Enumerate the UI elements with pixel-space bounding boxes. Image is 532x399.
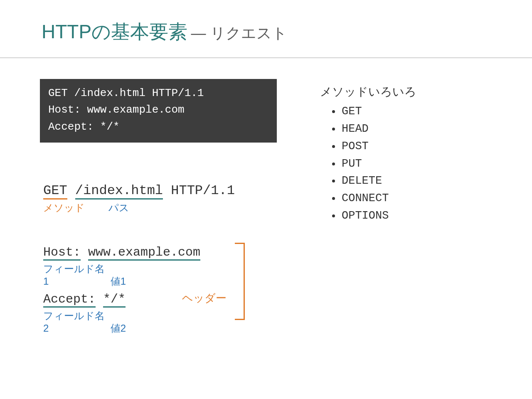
methods-item: DELETE — [341, 172, 416, 190]
request-method: GET — [43, 183, 67, 200]
path-label: パス — [108, 201, 129, 214]
request-line-text: GET /index.html HTTP/1.1 — [43, 183, 235, 200]
request-line-labels: メソッド パス — [43, 201, 235, 214]
value2-label: 値2 — [111, 322, 126, 335]
request-line-breakdown: GET /index.html HTTP/1.1 メソッド パス — [43, 183, 235, 214]
header-bracket-icon — [235, 243, 245, 320]
code-line-2: Host: www.example.com — [48, 103, 185, 116]
methods-heading: メソッドいろいろ — [320, 84, 416, 100]
http-request-codebox: GET /index.html HTTP/1.1 Host: www.examp… — [40, 79, 277, 143]
header-field-1: Host: — [43, 245, 81, 261]
field1-label: フィールド名1 — [43, 262, 108, 287]
methods-item: OPTIONS — [341, 207, 416, 225]
value1-label: 値1 — [111, 275, 126, 288]
slide-content: GET /index.html HTTP/1.1 Host: www.examp… — [0, 58, 532, 391]
title-sub: — リクエスト — [191, 25, 287, 42]
methods-item: GET — [341, 103, 416, 121]
header-labels-1: フィールド名1 値1 — [43, 262, 200, 288]
header-breakdown: Host: www.example.com フィールド名1 値1 Accept:… — [43, 245, 200, 335]
header-field-2: Accept: — [43, 292, 96, 308]
header-labels-2: フィールド名2 値2 — [43, 309, 200, 335]
code-line-3: Accept: */* — [48, 121, 120, 133]
request-version: HTTP/1.1 — [171, 183, 235, 198]
methods-item: HEAD — [341, 121, 416, 138]
methods-panel: メソッドいろいろ GET HEAD POST PUT DELETE CONNEC… — [320, 84, 416, 225]
slide-title-bar: HTTPの基本要素 — リクエスト — [0, 0, 532, 45]
request-path: /index.html — [75, 183, 163, 200]
header-line-1: Host: www.example.com — [43, 245, 200, 261]
header-bracket-label: ヘッダー — [182, 291, 227, 305]
methods-list: GET HEAD POST PUT DELETE CONNECT OPTIONS — [341, 103, 416, 225]
method-label: メソッド — [43, 201, 89, 214]
code-line-1: GET /index.html HTTP/1.1 — [48, 87, 204, 99]
methods-item: POST — [341, 138, 416, 155]
header-line-2: Accept: */* — [43, 292, 200, 308]
methods-item: CONNECT — [341, 190, 416, 207]
header-value-1: www.example.com — [88, 245, 200, 261]
title-main: HTTPの基本要素 — [42, 21, 187, 42]
field2-label: フィールド名2 — [43, 309, 108, 334]
header-value-2: */* — [103, 292, 126, 308]
methods-item: PUT — [341, 155, 416, 173]
